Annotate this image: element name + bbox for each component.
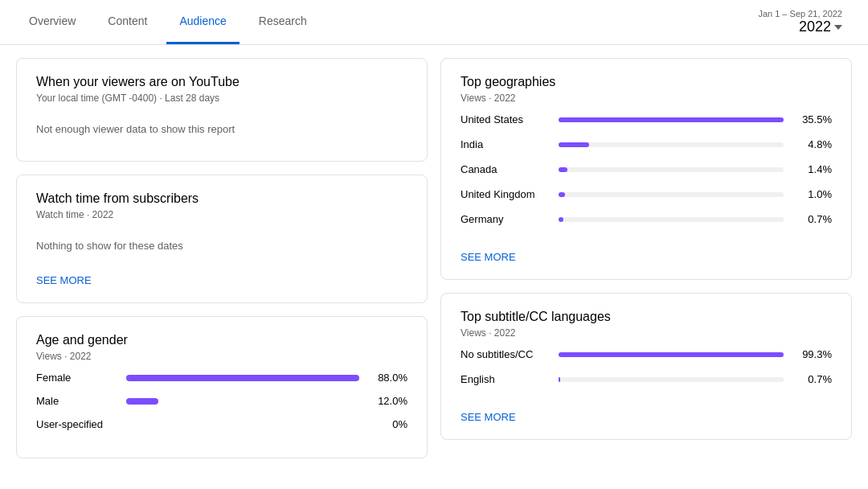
age-gender-title: Age and gender	[36, 333, 407, 347]
when-viewers-title: When your viewers are on YouTube	[36, 75, 407, 89]
gender-label: Female	[36, 372, 117, 384]
geo-bar-fill	[559, 192, 565, 197]
list-item: User-specified 0%	[36, 418, 407, 430]
when-viewers-card: When your viewers are on YouTube Your lo…	[16, 58, 428, 162]
gender-bar-fill	[126, 398, 158, 405]
geo-label: Germany	[461, 213, 549, 225]
geo-bar-container	[559, 217, 784, 222]
geo-bar-pct: 1.4%	[793, 163, 832, 175]
table-row: Germany 0.7%	[461, 213, 832, 225]
list-item: Female 88.0%	[36, 372, 407, 384]
top-geo-bars: United States 35.5% India 4.8% Canada	[461, 113, 832, 225]
watch-time-title: Watch time from subscribers	[36, 191, 407, 206]
age-gender-bars: Female 88.0% Male 12.0% User-specified	[36, 372, 407, 430]
watch-time-see-more[interactable]: SEE MORE	[36, 274, 92, 286]
gender-bar-pct: 0%	[369, 418, 407, 430]
geo-label: United Kingdom	[461, 188, 549, 200]
lang-bar-fill	[559, 377, 560, 382]
top-lang-bars: No subtitles/CC 99.3% English 0.7%	[461, 348, 832, 385]
date-range-label: Jan 1 – Sep 21, 2022	[758, 9, 842, 18]
table-row: United States 35.5%	[461, 113, 832, 125]
watch-time-card: Watch time from subscribers Watch time ·…	[16, 175, 428, 303]
watch-time-empty: Nothing to show for these dates	[36, 230, 407, 261]
gender-label: Male	[36, 395, 117, 407]
geo-bar-fill	[559, 142, 589, 147]
right-column: Top geographies Views · 2022 United Stat…	[440, 58, 852, 458]
top-lang-see-more[interactable]: SEE MORE	[461, 411, 516, 423]
when-viewers-subtitle: Your local time (GMT -0400) · Last 28 da…	[36, 92, 407, 104]
gender-bar-pct: 12.0%	[369, 395, 407, 407]
geo-bar-fill	[559, 167, 567, 172]
gender-bar-fill	[126, 375, 359, 381]
top-geo-subtitle: Views · 2022	[461, 92, 832, 104]
gender-bar-container	[126, 398, 359, 405]
geo-bar-container	[559, 117, 784, 122]
top-navigation: Overview Content Audience Research Jan 1…	[0, 0, 868, 45]
geo-bar-pct: 1.0%	[793, 188, 832, 200]
geo-bar-pct: 35.5%	[793, 113, 832, 125]
watch-time-subtitle: Watch time · 2022	[36, 209, 407, 220]
tab-research[interactable]: Research	[246, 0, 320, 44]
top-lang-title: Top subtitle/CC languages	[461, 310, 832, 324]
tab-overview[interactable]: Overview	[16, 0, 88, 44]
table-row: Canada 1.4%	[461, 163, 832, 175]
nav-tabs: Overview Content Audience Research	[16, 0, 320, 44]
geo-bar-fill	[559, 117, 784, 122]
age-gender-subtitle: Views · 2022	[36, 351, 407, 362]
geo-label: United States	[461, 113, 549, 125]
gender-bar-container	[126, 375, 359, 381]
geo-bar-container	[559, 142, 784, 147]
top-lang-subtitle: Views · 2022	[461, 327, 832, 339]
table-row: English 0.7%	[461, 373, 832, 385]
lang-bar-container	[559, 352, 784, 357]
date-picker[interactable]: Jan 1 – Sep 21, 2022 2022	[748, 2, 852, 42]
geo-bar-pct: 0.7%	[793, 213, 832, 225]
table-row: India 4.8%	[461, 138, 832, 150]
list-item: Male 12.0%	[36, 395, 407, 407]
lang-label: English	[461, 373, 549, 385]
when-viewers-empty: Not enough viewer data to show this repo…	[36, 113, 407, 145]
chevron-down-icon	[834, 25, 842, 30]
geo-bar-fill	[559, 217, 563, 222]
age-gender-card: Age and gender Views · 2022 Female 88.0%…	[16, 316, 428, 458]
lang-bar-pct: 0.7%	[793, 373, 832, 385]
gender-bar-container	[126, 421, 359, 428]
lang-label: No subtitles/CC	[461, 348, 549, 360]
top-geographies-card: Top geographies Views · 2022 United Stat…	[440, 58, 852, 280]
top-languages-card: Top subtitle/CC languages Views · 2022 N…	[440, 293, 852, 440]
geo-bar-pct: 4.8%	[793, 138, 832, 150]
left-column: When your viewers are on YouTube Your lo…	[16, 58, 428, 458]
table-row: No subtitles/CC 99.3%	[461, 348, 832, 360]
lang-bar-container	[559, 377, 784, 382]
top-geo-title: Top geographies	[461, 75, 832, 89]
date-year: 2022	[799, 18, 842, 35]
geo-bar-container	[559, 167, 784, 172]
gender-label: User-specified	[36, 418, 117, 430]
lang-bar-pct: 99.3%	[793, 348, 832, 360]
gender-bar-pct: 88.0%	[369, 372, 407, 384]
main-content: When your viewers are on YouTube Your lo…	[0, 45, 868, 489]
top-geo-see-more[interactable]: SEE MORE	[461, 251, 516, 263]
table-row: United Kingdom 1.0%	[461, 188, 832, 200]
geo-label: Canada	[461, 163, 549, 175]
geo-bar-container	[559, 192, 784, 197]
tab-content[interactable]: Content	[95, 0, 160, 44]
tab-audience[interactable]: Audience	[166, 0, 239, 44]
geo-label: India	[461, 138, 549, 150]
lang-bar-fill	[559, 352, 784, 357]
